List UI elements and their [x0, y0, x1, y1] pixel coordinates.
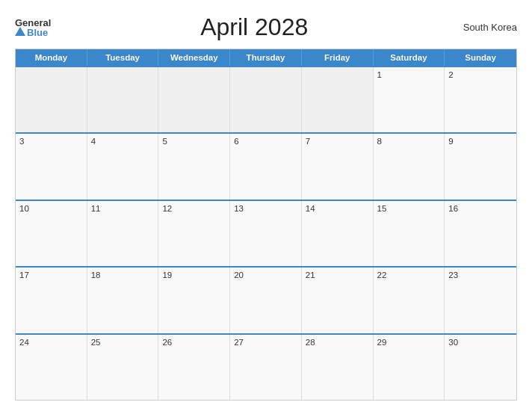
day-number: 28 — [306, 338, 369, 347]
header-cell-friday: Friday — [302, 49, 374, 66]
page-header: General Blue April 2028 South Korea — [15, 13, 517, 41]
calendar-cell: 4 — [87, 134, 159, 199]
header-cell-saturday: Saturday — [374, 49, 445, 66]
calendar-cell: 7 — [302, 134, 374, 199]
calendar-cell: 17 — [16, 268, 87, 333]
calendar-cell: 9 — [445, 134, 516, 199]
calendar-cell: 6 — [230, 134, 302, 199]
day-number: 14 — [306, 204, 369, 213]
day-number: 29 — [377, 338, 441, 347]
calendar-cell: 18 — [87, 268, 159, 333]
day-number: 21 — [306, 271, 369, 279]
calendar-cell: 15 — [374, 201, 445, 266]
day-number: 15 — [377, 204, 441, 213]
day-number: 8 — [377, 137, 441, 146]
calendar-cell: 22 — [374, 268, 445, 333]
day-number: 7 — [306, 137, 369, 146]
calendar-cell: 12 — [158, 201, 230, 266]
calendar-cell: 16 — [445, 201, 516, 266]
day-number: 16 — [448, 204, 513, 213]
calendar-cell: 20 — [230, 268, 302, 333]
calendar-title: April 2028 — [51, 13, 457, 41]
day-number: 25 — [91, 338, 155, 347]
calendar-week-1: 12 — [16, 66, 516, 132]
day-number: 20 — [234, 271, 297, 279]
day-number: 17 — [19, 271, 83, 279]
logo-general-text: General — [15, 18, 51, 28]
calendar-cell: 10 — [16, 201, 87, 266]
calendar-header-row: MondayTuesdayWednesdayThursdayFridaySatu… — [16, 49, 516, 66]
calendar-cell: 27 — [230, 335, 302, 400]
calendar-cell — [87, 67, 159, 132]
calendar-cell: 30 — [445, 335, 516, 400]
calendar-week-5: 24252627282930 — [16, 333, 516, 400]
calendar-grid: MondayTuesdayWednesdayThursdayFridaySatu… — [15, 49, 517, 401]
day-number: 13 — [234, 204, 297, 213]
logo-blue-text: Blue — [15, 28, 48, 37]
header-cell-thursday: Thursday — [230, 49, 302, 66]
calendar-week-2: 3456789 — [16, 132, 516, 199]
logo-triangle-icon — [15, 27, 25, 36]
logo-blue-label: Blue — [27, 28, 48, 37]
calendar-cell: 13 — [230, 201, 302, 266]
calendar-cell: 14 — [302, 201, 374, 266]
calendar-cell: 26 — [158, 335, 230, 400]
day-number: 9 — [448, 137, 513, 146]
calendar-cell: 28 — [302, 335, 374, 400]
calendar-cell — [302, 67, 374, 132]
calendar-cell: 21 — [302, 268, 374, 333]
calendar-cell: 25 — [87, 335, 159, 400]
day-number: 5 — [162, 137, 226, 146]
calendar-cell — [158, 67, 230, 132]
day-number: 19 — [162, 271, 226, 279]
calendar-cell: 23 — [445, 268, 516, 333]
day-number: 30 — [448, 338, 513, 347]
day-number: 24 — [19, 338, 83, 347]
calendar-week-4: 17181920212223 — [16, 266, 516, 333]
day-number: 26 — [162, 338, 226, 347]
calendar-body: 1234567891011121314151617181920212223242… — [16, 66, 516, 400]
day-number: 12 — [162, 204, 226, 213]
calendar-cell: 19 — [158, 268, 230, 333]
calendar-cell: 2 — [445, 67, 516, 132]
day-number: 22 — [377, 271, 441, 279]
calendar-cell: 8 — [374, 134, 445, 199]
calendar-week-3: 10111213141516 — [16, 200, 516, 266]
day-number: 10 — [19, 204, 83, 213]
calendar-cell: 24 — [16, 335, 87, 400]
day-number: 4 — [91, 137, 155, 146]
calendar-cell: 5 — [158, 134, 230, 199]
day-number: 6 — [234, 137, 297, 146]
day-number: 3 — [19, 137, 83, 146]
header-cell-sunday: Sunday — [445, 49, 516, 66]
day-number: 11 — [91, 204, 155, 213]
day-number: 1 — [377, 70, 441, 79]
day-number: 23 — [448, 271, 513, 279]
header-cell-monday: Monday — [16, 49, 87, 66]
header-cell-wednesday: Wednesday — [158, 49, 230, 66]
day-number: 18 — [91, 271, 155, 279]
calendar-cell: 1 — [374, 67, 445, 132]
calendar-cell: 11 — [87, 201, 159, 266]
logo: General Blue — [15, 18, 51, 37]
calendar-page: General Blue April 2028 South Korea Mond… — [0, 0, 532, 411]
country-label: South Korea — [457, 22, 517, 33]
calendar-cell — [230, 67, 302, 132]
calendar-cell — [16, 67, 87, 132]
calendar-cell: 29 — [374, 335, 445, 400]
day-number: 27 — [234, 338, 297, 347]
header-cell-tuesday: Tuesday — [87, 49, 159, 66]
day-number: 2 — [448, 70, 513, 79]
calendar-cell: 3 — [16, 134, 87, 199]
